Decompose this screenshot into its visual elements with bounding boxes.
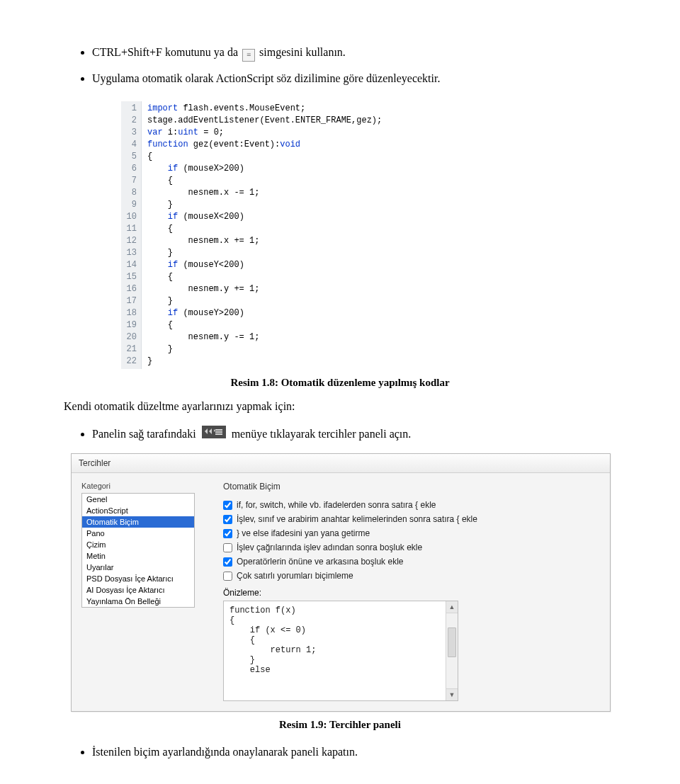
line-number: 6 <box>124 163 137 175</box>
line-number: 1 <box>124 103 137 115</box>
line-number: 9 <box>124 199 137 211</box>
checkbox-label: } ve else ifadesini yan yana getirme <box>237 528 370 538</box>
bullet-list-3: İstenilen biçim ayarlandığında onaylanar… <box>64 742 616 763</box>
category-item[interactable]: Yayınlama Ön Belleği <box>82 596 194 607</box>
scroll-track[interactable] <box>446 613 458 688</box>
category-item[interactable]: ActionScript <box>82 505 194 516</box>
line-number: 18 <box>124 307 137 319</box>
scroll-up-arrow[interactable]: ▲ <box>446 601 458 613</box>
scrollbar[interactable]: ▲ ▼ <box>446 601 458 700</box>
panel-menu-icon <box>202 425 226 445</box>
scroll-thumb[interactable] <box>448 627 456 657</box>
checkbox[interactable] <box>223 515 232 524</box>
preview-label: Önizleme: <box>223 588 600 598</box>
checkbox-label: İşlev, sınıf ve arabirim anahtar kelimel… <box>237 514 477 524</box>
line-number: 20 <box>124 331 137 343</box>
line-number: 16 <box>124 283 137 295</box>
code-line: nesnem.y += 1; <box>147 283 382 295</box>
code-line: } <box>147 356 382 368</box>
section-title: Otomatik Biçim <box>223 482 600 492</box>
code-area: import flash.events.MouseEvent;stage.add… <box>142 101 387 369</box>
code-line: if (mouseY>200) <box>147 307 382 319</box>
line-number: 21 <box>124 343 137 356</box>
code-line: function gez(event:Event):void <box>147 139 382 151</box>
bullet-item: Uygulama otomatik olarak ActionScript sö… <box>92 69 616 89</box>
code-gutter: 12345678910111213141516171819202122 <box>121 101 142 369</box>
code-line: if (mouseX<200) <box>147 211 382 223</box>
category-item[interactable]: Genel <box>82 494 194 505</box>
code-line: import flash.events.MouseEvent; <box>147 103 382 115</box>
scroll-down-arrow[interactable]: ▼ <box>446 688 458 700</box>
checkbox-row: if, for, switch, while vb. ifadelerden s… <box>223 500 600 510</box>
preview-code: function f(x) { if (x <= 0) { return 1; … <box>224 601 446 700</box>
checkbox[interactable] <box>223 572 232 581</box>
checkbox-row: İşlev çağrılarında işlev adından sonra b… <box>223 542 600 552</box>
bullet-list-1: CTRL+Shift+F komutunu ya da simgesini ku… <box>64 42 616 89</box>
bullet-item: İstenilen biçim ayarlandığında onaylanar… <box>92 742 616 763</box>
category-list[interactable]: GenelActionScriptOtomatik BiçimPanoÇizim… <box>81 493 195 608</box>
code-line: if (mouseX>200) <box>147 163 382 175</box>
category-item[interactable]: Pano <box>82 528 194 539</box>
line-number: 10 <box>124 211 137 223</box>
checkbox[interactable] <box>223 557 232 567</box>
checkbox[interactable] <box>223 543 232 552</box>
bullet-item: CTRL+Shift+F komutunu ya da simgesini ku… <box>92 42 616 63</box>
checkbox-row: Operatörlerin önüne ve arkasına boşluk e… <box>223 557 600 567</box>
svg-rect-4 <box>215 431 222 433</box>
line-number: 5 <box>124 151 137 163</box>
code-line: { <box>147 223 382 235</box>
checkbox-label: Operatörlerin önüne ve arkasına boşluk e… <box>237 557 403 567</box>
checkbox[interactable] <box>223 529 232 538</box>
line-number: 17 <box>124 295 137 307</box>
category-item[interactable]: Uyarılar <box>82 562 194 573</box>
code-line: stage.addEventListener(Event.ENTER_FRAME… <box>147 115 382 127</box>
category-item[interactable]: PSD Dosyası İçe Aktarıcı <box>82 573 194 584</box>
code-line: { <box>147 271 382 283</box>
paragraph: Kendi otomatik düzeltme ayarlarınızı yap… <box>64 400 616 413</box>
line-number: 12 <box>124 235 137 247</box>
code-line: nesnem.y -= 1; <box>147 331 382 343</box>
line-number: 11 <box>124 223 137 235</box>
preferences-window: Tercihler Kategori GenelActionScriptOtom… <box>71 453 611 712</box>
svg-rect-3 <box>215 429 222 431</box>
code-screenshot: 12345678910111213141516171819202122 impo… <box>120 101 448 370</box>
code-line: { <box>147 319 382 331</box>
checkbox-row: } ve else ifadesini yan yana getirme <box>223 528 600 538</box>
line-number: 3 <box>124 127 137 139</box>
text: menüye tıklayarak tercihler paneli açın. <box>232 428 412 440</box>
code-line: } <box>147 295 382 307</box>
checkbox-label: Çok satırlı yorumları biçimleme <box>237 571 353 581</box>
checkbox-group: if, for, switch, while vb. ifadelerden s… <box>223 500 600 581</box>
code-line: } <box>147 199 382 211</box>
code-line: } <box>147 247 382 259</box>
category-item[interactable]: Otomatik Biçim <box>82 516 194 528</box>
line-number: 13 <box>124 247 137 259</box>
code-line: var i:uint = 0; <box>147 127 382 139</box>
code-line: nesnem.x -= 1; <box>147 187 382 199</box>
category-item[interactable]: AI Dosyası İçe Aktarıcı <box>82 584 194 596</box>
code-line: } <box>147 343 382 356</box>
category-item[interactable]: Çizim <box>82 539 194 550</box>
category-item[interactable]: Metin <box>82 550 194 562</box>
code-line: if (mouseY<200) <box>147 259 382 271</box>
window-title: Tercihler <box>72 454 610 473</box>
preview-box: function f(x) { if (x <= 0) { return 1; … <box>223 601 458 701</box>
line-number: 15 <box>124 271 137 283</box>
text: CTRL+Shift+F komutunu ya da <box>92 46 238 58</box>
svg-rect-5 <box>215 433 222 435</box>
code-line: nesnem.x += 1; <box>147 235 382 247</box>
bullet-item: Panelin sağ tarafındaki menüye tıklayara… <box>92 424 616 445</box>
figure-caption: Resim 1.8: Otomatik düzenleme yapılmış k… <box>64 377 616 389</box>
line-number: 7 <box>124 175 137 187</box>
checkbox-label: İşlev çağrılarında işlev adından sonra b… <box>237 542 422 552</box>
checkbox-row: Çok satırlı yorumları biçimleme <box>223 571 600 581</box>
checkbox-label: if, for, switch, while vb. ifadelerden s… <box>237 500 436 510</box>
text: Panelin sağ tarafındaki <box>92 428 196 440</box>
checkbox[interactable] <box>223 501 232 510</box>
checkbox-row: İşlev, sınıf ve arabirim anahtar kelimel… <box>223 514 600 524</box>
code-line: { <box>147 151 382 163</box>
line-number: 8 <box>124 187 137 199</box>
category-label: Kategori <box>81 482 195 490</box>
figure-caption: Resim 1.9: Tercihler paneli <box>64 719 616 731</box>
bullet-list-2: Panelin sağ tarafındaki menüye tıklayara… <box>64 424 616 445</box>
